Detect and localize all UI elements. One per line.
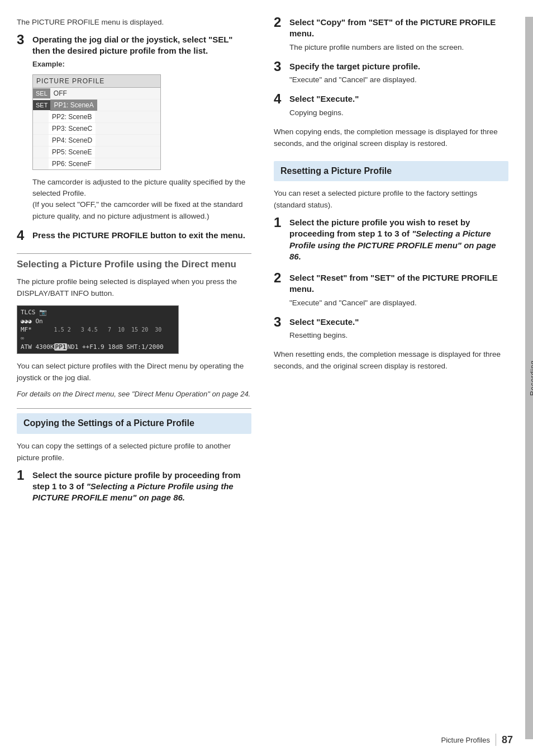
display-line-3: MF* 1.5 2 3 4.5 7 10 15 20 30 ∞ (21, 325, 175, 343)
reset-step3-body: Resetting begins. (289, 330, 508, 341)
display-row-4: ATW 4300KPP1ND1 ++F1.9 18dB SHT:1/2000 (21, 343, 175, 351)
pp-item-4: PP5: SceneE (49, 147, 95, 158)
step4-heading: Press the PICTURE PROFILE button to exit… (32, 230, 251, 241)
copy-step3-row: 3 Specify the target picture profile. "E… (274, 61, 508, 86)
pp-pp5-row: PP5: SceneE (33, 147, 160, 158)
pp-set-pp1-row: SET PP1: SceneA (33, 100, 160, 111)
section-direct-body2: You can select picture profiles with the… (17, 361, 251, 384)
page-number: 87 (502, 734, 513, 746)
step3-heading: Operating the jog dial or the joystick, … (32, 34, 251, 57)
step4-number: 4 (17, 229, 29, 243)
right-col: 2 Select "Copy" from "SET" of the PICTUR… (263, 17, 525, 739)
reset-step3-row: 3 Select "Execute." Resetting begins. (274, 316, 508, 342)
page-footer: Picture Profiles 87 (441, 734, 513, 746)
section-direct-body1: The picture profile being selected is di… (17, 276, 251, 300)
pp-pp4-row: PP4: SceneD (33, 135, 160, 147)
reset-section-title: Resetting a Picture Profile (280, 166, 502, 177)
left-col: The PICTURE PROFILE menu is displayed. 3… (0, 17, 263, 739)
intro-text: The PICTURE PROFILE menu is displayed. (17, 17, 251, 29)
copy-step1-number: 1 (17, 469, 29, 506)
section-divider-1 (17, 253, 251, 254)
reset-step2-content: Select "Reset" from "SET" of the PICTURE… (289, 272, 508, 309)
copy-step4-content: Select "Execute." Copying begins. (289, 93, 508, 119)
display-row-3: MF* 1.5 2 3 4.5 7 10 15 20 30 ∞ (21, 325, 175, 343)
pp-pp3-row: PP3: SceneC (33, 123, 160, 135)
pp-item-0: PP1: SceneA (50, 100, 97, 111)
pp-sel-row: SEL OFF (33, 88, 160, 100)
copy-step3-body: "Execute" and "Cancel" are displayed. (289, 74, 508, 86)
step3-body1: The camcorder is adjusted to the picture… (32, 177, 251, 200)
reset-step1-heading: Select the picture profile you wish to r… (289, 217, 508, 262)
copy-step3-heading: Specify the target picture profile. (289, 61, 508, 72)
step4-content: Press the PICTURE PROFILE button to exit… (32, 230, 251, 243)
copy-section-title: Copying the Settings of a Picture Profil… (23, 418, 245, 429)
reset-step1-row: 1 Select the picture profile you wish to… (274, 217, 508, 264)
section-reset: Resetting a Picture Profile You can rese… (274, 161, 508, 373)
reset-end-text: When resetting ends, the completion mess… (274, 349, 508, 372)
copy-step2-row: 2 Select "Copy" from "SET" of the PICTUR… (274, 17, 508, 53)
pp-item-2: PP3: SceneC (49, 123, 96, 134)
example-label: Example: (32, 59, 251, 70)
pp-item-1: PP2: SceneB (49, 111, 95, 122)
pp-off-label: OFF (50, 88, 70, 99)
display-line-1: TLCS 📷 (21, 308, 47, 316)
display-row-1: TLCS 📷 (21, 308, 175, 316)
step3-row: 3 Operating the jog dial or the joystick… (17, 34, 251, 222)
pp-pp6-row: PP6: SceneF (33, 158, 160, 169)
picture-profile-box: PICTURE PROFILE SEL OFF SET PP1: SceneA (32, 74, 161, 170)
pp-item-3: PP4: SceneD (49, 135, 96, 146)
sidebar-tab-text: Recording (529, 360, 533, 396)
pp-set-label: SET (33, 100, 50, 111)
step4-row: 4 Press the PICTURE PROFILE button to ex… (17, 230, 251, 243)
copy-step4-heading: Select "Execute." (289, 93, 508, 105)
copy-step2-body: The picture profile numbers are listed o… (289, 42, 508, 53)
copy-step2-heading: Select "Copy" from "SET" of the PICTURE … (289, 17, 508, 40)
main-content: The PICTURE PROFILE menu is displayed. 3… (0, 0, 533, 756)
reset-step2-body: "Execute" and "Cancel" are displayed. (289, 297, 508, 309)
page-container: The PICTURE PROFILE menu is displayed. 3… (0, 0, 533, 756)
reset-step2-heading: Select "Reset" from "SET" of the PICTURE… (289, 272, 508, 295)
copy-end-text: When copying ends, the completion messag… (274, 126, 508, 150)
copy-step3-number: 3 (274, 60, 286, 86)
reset-step1-number: 1 (274, 216, 286, 264)
section-direct-title: Selecting a Picture Profile using the Di… (17, 258, 251, 271)
reset-section-header: Resetting a Picture Profile (274, 161, 508, 182)
footer-separator (496, 734, 496, 746)
section-direct-italic-note: For details on the Direct menu, see "Dir… (17, 390, 251, 398)
copy-step4-body: Copying begins. (289, 107, 508, 119)
reset-step3-heading: Select "Execute." (289, 316, 508, 328)
step3-content: Operating the jog dial or the joystick, … (32, 34, 251, 222)
section-copy: Copying the Settings of a Picture Profil… (17, 413, 251, 505)
sidebar-tab: Recording (525, 17, 533, 739)
copy-section-body1: You can copy the settings of a selected … (17, 441, 251, 464)
pp-pp2-row: PP2: SceneB (33, 111, 160, 123)
reset-step2-number: 2 (274, 271, 286, 309)
pp-header: PICTURE PROFILE (33, 75, 160, 88)
copy-step2-number: 2 (274, 16, 286, 53)
reset-step3-number: 3 (274, 315, 286, 342)
reset-step1-content: Select the picture profile you wish to r… (289, 217, 508, 264)
display-box: TLCS 📷 ◕◕◕ On MF* 1.5 2 3 4.5 7 10 15 20… (17, 305, 179, 354)
reset-intro: You can reset a selected picture profile… (274, 188, 508, 211)
step3-body: Example: PICTURE PROFILE SEL OFF SET PP1… (32, 59, 251, 222)
display-line-2: ◕◕◕ On (21, 317, 43, 325)
display-row-2: ◕◕◕ On (21, 317, 175, 325)
step3-body2: (If you select "OFF," the camcorder will… (32, 199, 251, 222)
pp-sel-label: SEL (33, 88, 50, 99)
copy-section-header: Copying the Settings of a Picture Profil… (17, 413, 251, 434)
copy-step1-content: Select the source picture profile by pro… (32, 470, 251, 506)
reset-step3-content: Select "Execute." Resetting begins. (289, 316, 508, 342)
footer-label: Picture Profiles (441, 736, 490, 744)
copy-step4-number: 4 (274, 92, 286, 119)
copy-step4-row: 4 Select "Execute." Copying begins. (274, 93, 508, 119)
reset-step2-row: 2 Select "Reset" from "SET" of the PICTU… (274, 272, 508, 309)
pp-item-5: PP6: SceneF (49, 158, 95, 169)
step3-number: 3 (17, 33, 29, 222)
section-direct: Selecting a Picture Profile using the Di… (17, 258, 251, 398)
copy-step1-row: 1 Select the source picture profile by p… (17, 470, 251, 506)
copy-step1-heading: Select the source picture profile by pro… (32, 470, 251, 504)
display-line-4: ATW 4300KPP1ND1 ++F1.9 18dB SHT:1/2000 (21, 343, 164, 351)
section-divider-2 (17, 408, 251, 409)
copy-step3-content: Specify the target picture profile. "Exe… (289, 61, 508, 86)
copy-step2-content: Select "Copy" from "SET" of the PICTURE … (289, 17, 508, 53)
